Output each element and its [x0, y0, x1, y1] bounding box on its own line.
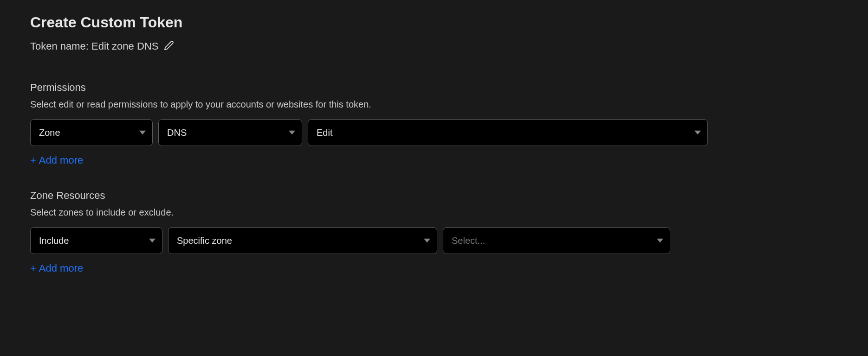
plus-icon: +	[30, 154, 36, 166]
caret-down-icon	[149, 237, 155, 244]
token-name-value: Edit zone DNS	[91, 40, 158, 52]
permission-scope-select[interactable]: Zone	[30, 119, 153, 146]
permission-access-value: Edit	[317, 127, 332, 138]
permissions-section: Permissions Select edit or read permissi…	[30, 82, 838, 166]
caret-down-icon	[424, 237, 430, 244]
permission-scope-value: Zone	[39, 127, 60, 138]
zone-mode-value: Include	[39, 235, 69, 246]
zone-resources-heading: Zone Resources	[30, 190, 838, 202]
pencil-icon	[164, 40, 174, 52]
permissions-heading: Permissions	[30, 82, 838, 94]
caret-down-icon	[657, 237, 663, 244]
zone-type-value: Specific zone	[177, 235, 232, 246]
caret-down-icon	[694, 129, 701, 136]
zone-resources-description: Select zones to include or exclude.	[30, 207, 838, 218]
token-name-prefix: Token name:	[30, 40, 91, 52]
plus-icon: +	[30, 262, 36, 274]
permission-service-value: DNS	[167, 127, 187, 138]
permission-service-select[interactable]: DNS	[158, 119, 302, 146]
token-name-label: Token name: Edit zone DNS	[30, 40, 158, 52]
permissions-description: Select edit or read permissions to apply…	[30, 99, 838, 110]
zone-resources-section: Zone Resources Select zones to include o…	[30, 190, 838, 274]
page-title: Create Custom Token	[30, 14, 838, 31]
zone-resources-add-more-button[interactable]: + Add more	[30, 262, 83, 274]
edit-token-name-button[interactable]	[163, 39, 175, 53]
caret-down-icon	[289, 129, 295, 136]
permission-access-select[interactable]: Edit	[308, 119, 708, 146]
zone-mode-select[interactable]: Include	[30, 227, 162, 254]
permissions-add-more-label: Add more	[39, 154, 83, 166]
zone-value-placeholder: Select...	[452, 235, 485, 246]
permissions-add-more-button[interactable]: + Add more	[30, 154, 83, 166]
zone-type-select[interactable]: Specific zone	[168, 227, 437, 254]
zone-resources-add-more-label: Add more	[39, 262, 83, 274]
zone-value-select[interactable]: Select...	[443, 227, 670, 254]
token-name-row: Token name: Edit zone DNS	[30, 39, 838, 53]
permissions-row: Zone DNS Edit	[30, 119, 708, 146]
zone-resources-row: Include Specific zone Select...	[30, 227, 666, 254]
caret-down-icon	[139, 129, 146, 136]
